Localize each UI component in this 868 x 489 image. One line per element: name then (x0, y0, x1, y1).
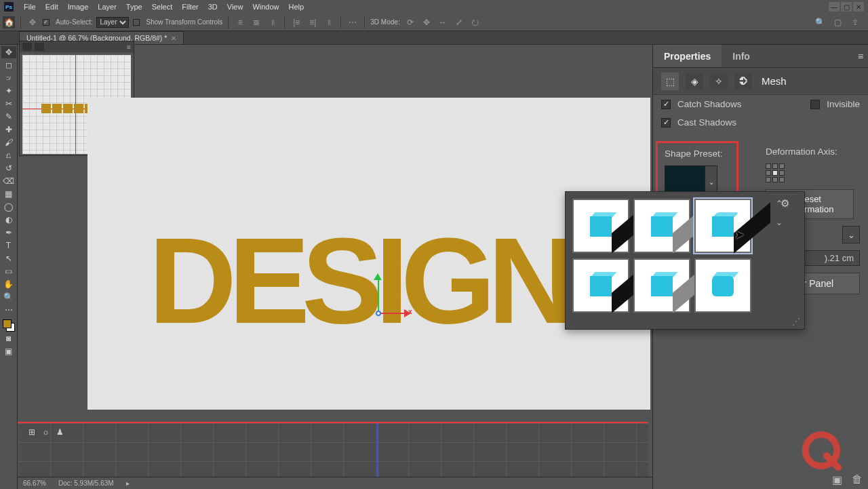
panel-menu-icon[interactable]: ≡ (127, 43, 131, 51)
brush-tool[interactable]: 🖌 (1, 136, 16, 149)
options-bar: 🏠 ✥ Auto-Select: Layer Show Transform Co… (0, 14, 868, 31)
menu-edit[interactable]: Edit (41, 1, 63, 12)
tab-info[interactable]: Info (722, 45, 761, 67)
screenmode-tool[interactable]: ▣ (1, 345, 16, 357)
3d-rotate-icon[interactable]: ⭮ (469, 16, 481, 28)
mesh-icon[interactable]: ⬚ (661, 73, 679, 90)
align-icon-3[interactable]: ⫴ (267, 16, 279, 28)
cast-shadows-checkbox[interactable]: ✓ (661, 118, 671, 128)
coord-icon[interactable]: ⮊ (734, 73, 752, 90)
hand-tool[interactable]: ✋ (1, 278, 16, 290)
align-icon-2[interactable]: ≣ (250, 16, 262, 28)
tab-properties[interactable]: Properties (653, 45, 722, 67)
panel-menu-icon[interactable]: ≡ (853, 45, 868, 67)
scroll-down-icon[interactable]: ⌄ (776, 218, 783, 229)
dodge-tool[interactable]: ◐ (1, 214, 16, 226)
menu-select[interactable]: Select (147, 1, 178, 12)
zoom-tool[interactable]: 🔍 (1, 291, 16, 303)
align-icon[interactable]: ≡ (234, 16, 246, 28)
auto-select-label: Auto-Select: (56, 18, 92, 26)
preset-extrude[interactable] (572, 199, 629, 253)
lasso-tool[interactable]: ⟉ (1, 72, 16, 84)
toolbox: ✥ ◻ ⟉ ✦ ✂ ✎ ✚ 🖌 ⎌ ↺ ⌫ ▦ ◯ ◐ ✒ T ↖ ▭ ✋ 🔍 … (0, 45, 18, 489)
catch-shadows-checkbox[interactable]: ✓ (661, 100, 671, 109)
auto-select-target[interactable]: Layer (96, 17, 129, 28)
cap-icon[interactable]: ✧ (710, 73, 728, 90)
light-icon[interactable]: ☼ (42, 427, 50, 437)
status-caret-icon[interactable]: ▸ (126, 480, 130, 487)
distribute-icon-3[interactable]: ⫴ (323, 16, 335, 28)
menu-file[interactable]: File (19, 1, 41, 12)
menu-image[interactable]: Image (63, 1, 94, 12)
share-icon[interactable]: ⇪ (849, 16, 861, 28)
catch-shadows-label: Catch Shadows (677, 99, 742, 109)
3d-slide-icon[interactable]: ↔ (437, 16, 449, 28)
menu-layer[interactable]: Layer (93, 1, 121, 12)
resize-grip-icon[interactable]: ⋰ (792, 317, 800, 326)
3d-mode-label: 3D Mode: (370, 18, 399, 26)
move-tool[interactable]: ✥ (1, 46, 16, 58)
overflow-icon[interactable]: ⋯ (347, 16, 359, 28)
deform-icon[interactable]: ◈ (686, 73, 703, 90)
gradient-tool[interactable]: ▦ (1, 188, 16, 200)
distribute-icon-2[interactable]: ≡| (307, 16, 319, 28)
window-maximize[interactable]: ▢ (841, 2, 852, 12)
3d-text[interactable]: DESIGN (149, 220, 568, 342)
invisible-checkbox[interactable] (810, 100, 820, 109)
menu-filter[interactable]: Filter (177, 1, 203, 12)
crop-tool[interactable]: ✂ (1, 98, 16, 110)
preset-inflate-2[interactable] (633, 258, 690, 313)
menu-3d[interactable]: 3D (203, 1, 222, 12)
quickmask-tool[interactable]: ◙ (1, 332, 16, 345)
menu-type[interactable]: Type (121, 1, 147, 12)
search-icon[interactable]: 🔍 (814, 16, 826, 28)
window-close[interactable]: ✕ (853, 2, 864, 12)
preset-inflate-1[interactable] (572, 258, 629, 313)
show-transform-checkbox[interactable] (133, 19, 140, 26)
status-bar: 66.67% Doc: 5.93M/5.63M ▸ (18, 477, 652, 489)
texture-dropdown[interactable]: ⌄ (842, 226, 860, 243)
pen-tool[interactable]: ✒ (1, 227, 16, 239)
scroll-up-icon[interactable]: ⌃ (776, 199, 783, 210)
eyedropper-tool[interactable]: ✎ (1, 111, 16, 123)
stamp-tool[interactable]: ⎌ (1, 149, 16, 161)
window-minimize[interactable]: — (829, 2, 840, 12)
preset-bevel-extrude[interactable] (633, 199, 690, 253)
menu-help[interactable]: Help (284, 1, 309, 12)
edit-toolbar[interactable]: ⋯ (1, 304, 16, 316)
mesh-label: Mesh (762, 75, 787, 87)
path-tool[interactable]: ↖ (1, 252, 16, 265)
auto-select-checkbox[interactable] (43, 19, 50, 26)
3d-pan-icon[interactable]: ✥ (420, 16, 433, 28)
preset-inflate-3[interactable] (694, 258, 751, 313)
color-swatch[interactable] (3, 319, 15, 332)
delete-icon[interactable]: 🗑 (852, 473, 863, 486)
eraser-tool[interactable]: ⌫ (1, 175, 16, 187)
home-icon[interactable]: 🏠 (3, 16, 15, 28)
menu-view[interactable]: View (222, 1, 248, 12)
healing-tool[interactable]: ✚ (1, 123, 16, 136)
wand-tool[interactable]: ✦ (1, 85, 16, 97)
secondary-view-icon[interactable]: ⊞ (28, 427, 35, 437)
history-brush-tool[interactable]: ↺ (1, 162, 16, 174)
menu-window[interactable]: Window (248, 1, 283, 12)
marquee-tool[interactable]: ◻ (1, 59, 16, 71)
doc-size[interactable]: Doc: 5.93M/5.63M (58, 480, 114, 487)
render-icon[interactable]: ▣ (832, 473, 842, 486)
close-tab-icon[interactable]: ✕ (171, 35, 176, 42)
type-tool[interactable]: T (1, 239, 16, 252)
mesh-header: ⬚ ◈ ✧ ⮊ Mesh (653, 68, 868, 95)
camera-icon[interactable]: ♟ (56, 427, 64, 437)
zoom-level[interactable]: 66.67% (23, 480, 46, 487)
blur-tool[interactable]: ◯ (1, 201, 16, 213)
preset-bevel-round[interactable]: ➤ (694, 199, 751, 253)
navigator-icon (22, 43, 32, 51)
distribute-icon[interactable]: |≡ (290, 16, 302, 28)
3d-scale-icon[interactable]: ⤢ (453, 16, 465, 28)
frame-icon[interactable]: ▢ (831, 16, 844, 28)
menu-bar: Ps File Edit Image Layer Type Select Fil… (0, 0, 868, 14)
3d-orbit-icon[interactable]: ⟳ (404, 16, 416, 28)
shape-tool[interactable]: ▭ (1, 265, 16, 277)
deform-axis-grid[interactable] (766, 163, 793, 181)
shape-preset-label: Shape Preset: (665, 149, 730, 159)
